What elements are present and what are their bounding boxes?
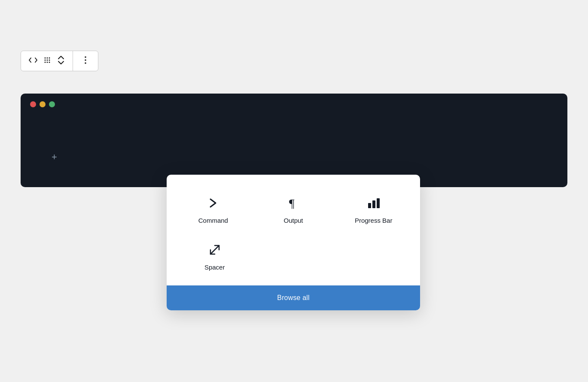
svg-rect-13 <box>368 203 371 208</box>
block-type-dropdown: Command ¶ Output Progress Bar <box>167 175 420 310</box>
maximize-dot[interactable] <box>49 101 55 107</box>
pilcrow-icon: ¶ <box>289 195 298 211</box>
svg-point-1 <box>47 58 48 59</box>
bar-chart-icon <box>367 195 380 211</box>
svg-point-6 <box>45 62 46 63</box>
progress-bar-label: Progress Bar <box>355 217 393 224</box>
minimize-dot[interactable] <box>40 101 46 107</box>
chevron-right-icon <box>208 195 218 211</box>
output-label: Output <box>283 217 303 224</box>
dropdown-items-row2: Spacer <box>167 234 420 285</box>
updown-arrows-icon[interactable] <box>57 55 65 67</box>
svg-point-5 <box>49 60 50 61</box>
dropdown-item-output[interactable]: ¶ Output <box>256 188 332 230</box>
svg-point-3 <box>45 60 46 61</box>
close-dot[interactable] <box>30 101 36 107</box>
dropdown-item-progress-bar[interactable]: Progress Bar <box>335 188 411 230</box>
terminal-panel <box>21 94 567 187</box>
svg-rect-14 <box>372 200 375 208</box>
svg-point-2 <box>49 58 50 59</box>
svg-point-4 <box>47 60 48 61</box>
svg-point-9 <box>85 56 86 58</box>
dropdown-item-command[interactable]: Command <box>175 188 251 230</box>
browse-all-button[interactable]: Browse all <box>167 285 420 310</box>
resize-icon <box>209 242 221 258</box>
command-label: Command <box>198 217 228 224</box>
grid-icon[interactable] <box>43 56 51 66</box>
dropdown-item-spacer[interactable]: Spacer <box>175 234 254 277</box>
toolbar-left-group <box>21 51 73 71</box>
dropdown-items-row1: Command ¶ Output Progress Bar <box>167 175 420 234</box>
code-icon[interactable] <box>29 56 37 66</box>
window-controls <box>30 101 558 107</box>
more-options-icon[interactable] <box>81 55 90 67</box>
svg-point-0 <box>45 58 46 59</box>
svg-text:¶: ¶ <box>289 197 295 209</box>
add-block-button[interactable]: + <box>52 152 57 162</box>
svg-point-8 <box>49 62 50 63</box>
toolbar-right-group <box>73 51 98 71</box>
spacer-label: Spacer <box>204 264 225 271</box>
toolbar-widget <box>21 51 98 71</box>
svg-line-16 <box>210 246 219 254</box>
svg-point-10 <box>85 59 86 61</box>
svg-rect-15 <box>377 198 380 208</box>
svg-point-7 <box>47 62 48 63</box>
svg-point-11 <box>85 62 86 64</box>
